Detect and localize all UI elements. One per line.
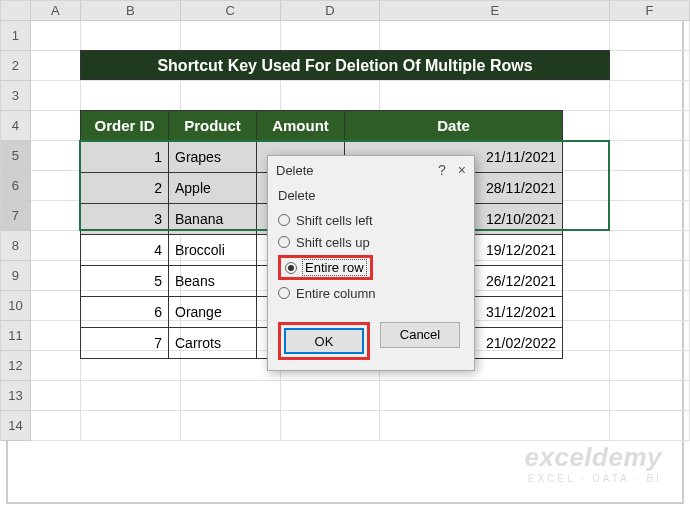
- title-text: Shortcut Key Used For Deletion Of Multip…: [81, 51, 609, 81]
- row-header-11[interactable]: 11: [1, 321, 31, 351]
- radio-icon[interactable]: [278, 236, 290, 248]
- col-header-E[interactable]: E: [380, 1, 610, 21]
- cell-order-id[interactable]: 3: [81, 204, 169, 235]
- dialog-body: Delete Shift cells left Shift cells up E…: [268, 184, 474, 314]
- radio-icon[interactable]: [285, 262, 297, 274]
- delete-dialog: Delete ? × Delete Shift cells left Shift…: [267, 155, 475, 371]
- th-date: Date: [345, 111, 563, 142]
- ok-button-highlight: OK: [278, 322, 370, 360]
- row-header-10[interactable]: 10: [1, 291, 31, 321]
- col-header-A[interactable]: A: [31, 1, 81, 21]
- radio-shift-up[interactable]: Shift cells up: [278, 231, 464, 253]
- cell-product[interactable]: Grapes: [169, 142, 257, 173]
- radio-label: Shift cells up: [296, 235, 370, 250]
- radio-entire-row-highlight: Entire row: [278, 255, 373, 280]
- cell-order-id[interactable]: 6: [81, 297, 169, 328]
- close-icon[interactable]: ×: [458, 162, 466, 178]
- row-header-9[interactable]: 9: [1, 261, 31, 291]
- cancel-button[interactable]: Cancel: [380, 322, 460, 348]
- cell-order-id[interactable]: 2: [81, 173, 169, 204]
- column-headers: A B C D E F: [1, 1, 690, 21]
- row-header-7[interactable]: 7: [1, 201, 31, 231]
- col-header-B[interactable]: B: [81, 1, 181, 21]
- dialog-buttons: OK Cancel: [268, 314, 474, 370]
- ok-button[interactable]: OK: [284, 328, 364, 354]
- radio-icon[interactable]: [278, 287, 290, 299]
- radio-label[interactable]: Entire row: [303, 260, 366, 275]
- radio-label: Shift cells left: [296, 213, 373, 228]
- th-order-id: Order ID: [81, 111, 169, 142]
- dialog-group-label: Delete: [278, 188, 464, 203]
- col-header-C[interactable]: C: [181, 1, 281, 21]
- radio-shift-left[interactable]: Shift cells left: [278, 209, 464, 231]
- row-header-13[interactable]: 13: [1, 381, 31, 411]
- th-product: Product: [169, 111, 257, 142]
- th-amount: Amount: [257, 111, 345, 142]
- watermark-brand: exceldemy: [525, 442, 662, 473]
- row-header-2[interactable]: 2: [1, 51, 31, 81]
- row-header-8[interactable]: 8: [1, 231, 31, 261]
- row-header-6[interactable]: 6: [1, 171, 31, 201]
- radio-entire-column[interactable]: Entire column: [278, 282, 464, 304]
- watermark-tagline: EXCEL · DATA · BI: [525, 473, 662, 484]
- cell-product[interactable]: Apple: [169, 173, 257, 204]
- dialog-title-text: Delete: [276, 163, 314, 178]
- title-banner: Shortcut Key Used For Deletion Of Multip…: [80, 50, 610, 80]
- dialog-titlebar: Delete ? ×: [268, 156, 474, 184]
- select-all-corner[interactable]: [1, 1, 31, 21]
- cell-order-id[interactable]: 4: [81, 235, 169, 266]
- cell-product[interactable]: Banana: [169, 204, 257, 235]
- cell-order-id[interactable]: 7: [81, 328, 169, 359]
- row-header-5[interactable]: 5: [1, 141, 31, 171]
- cell-order-id[interactable]: 5: [81, 266, 169, 297]
- cell-order-id[interactable]: 1: [81, 142, 169, 173]
- table-header-row: Order ID Product Amount Date: [81, 111, 563, 142]
- cell-product[interactable]: Broccoli: [169, 235, 257, 266]
- row-header-1[interactable]: 1: [1, 21, 31, 51]
- help-icon[interactable]: ?: [438, 162, 446, 178]
- row-header-14[interactable]: 14: [1, 411, 31, 441]
- row-header-12[interactable]: 12: [1, 351, 31, 381]
- radio-label: Entire column: [296, 286, 375, 301]
- cell-product[interactable]: Carrots: [169, 328, 257, 359]
- cell-product[interactable]: Orange: [169, 297, 257, 328]
- row-header-4[interactable]: 4: [1, 111, 31, 141]
- col-header-D[interactable]: D: [281, 1, 381, 21]
- watermark: exceldemy EXCEL · DATA · BI: [525, 442, 662, 484]
- col-header-F[interactable]: F: [610, 1, 690, 21]
- cell-product[interactable]: Beans: [169, 266, 257, 297]
- row-header-3[interactable]: 3: [1, 81, 31, 111]
- radio-icon[interactable]: [278, 214, 290, 226]
